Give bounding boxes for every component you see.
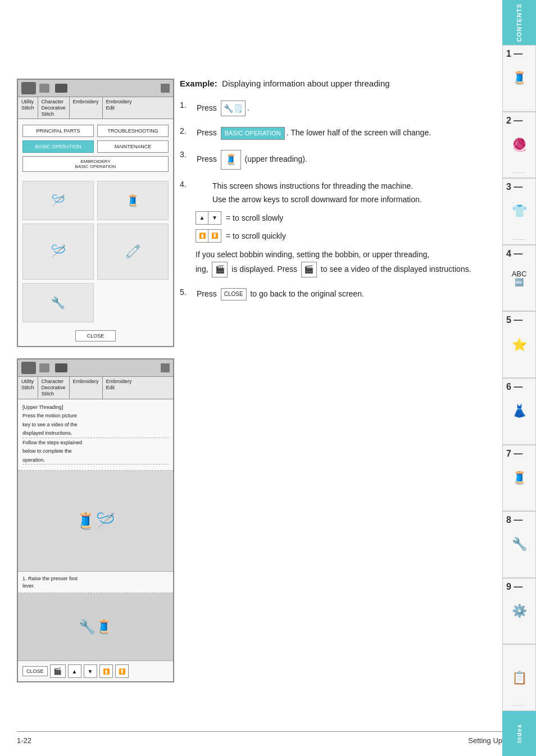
step-2-number: 2. (180, 126, 191, 135)
tab-2-dots: ...... (513, 168, 526, 174)
step4-video-text: If you select bobbin winding, setting th… (196, 248, 536, 277)
tab-1-number: 1 — (506, 49, 523, 59)
sidebar-tab-6[interactable]: 6 — 👗 (502, 378, 536, 445)
screen2-icon2 (39, 363, 49, 372)
step-2: 2. Press BASIC OPERATION. The lower half… (180, 126, 536, 140)
screen2: UtilityStitch CharacterDecorativeStitch … (17, 358, 174, 682)
index-tab[interactable]: Index (502, 711, 536, 756)
screen2-icon1 (21, 362, 36, 374)
sidebar-tab-3[interactable]: 3 — 👕 ...... (502, 178, 536, 245)
tab-3-dots: ...... (513, 235, 526, 241)
contents-tab[interactable]: CONTENTS (502, 0, 536, 45)
screen1: UtilityStitch CharacterDecorativeStitch … (17, 79, 174, 347)
screen2-scroll-up-group: ▲ (68, 664, 81, 678)
tab-2-number: 2 — (506, 116, 523, 126)
tab-3-number: 3 — (506, 182, 523, 192)
sidebar-tab-8[interactable]: 8 — 🔧 (502, 511, 536, 578)
step2-basic-operation-btn[interactable]: BASIC OPERATION (221, 127, 285, 140)
sidebar-tab-5[interactable]: 5 — ⭐ (502, 311, 536, 378)
step5-after-text: to go back to the original screen. (250, 289, 364, 298)
screen2-scroll-down-group: ▼ (84, 664, 97, 678)
footer: 1-22 Setting Up (17, 731, 502, 745)
sidebar-tab-1[interactable]: 1 — 🧵 (502, 45, 536, 112)
step-4-number: 4. (180, 180, 191, 189)
screen2-scroll-up-btn[interactable]: ▲ (69, 665, 81, 677)
scroll-fast-down-btn[interactable]: ⏬ (208, 230, 221, 242)
step-4: 4. This screen shows instructions for th… (180, 180, 536, 277)
screen1-tabs: UtilityStitch CharacterDecorativeStitch … (18, 97, 173, 119)
step-3-content: Press 🧵 (upper threading). (197, 150, 307, 170)
step1-machine-icon[interactable]: 🔧🗒️ (221, 101, 246, 116)
screen1-btn-principal[interactable]: PRINCIPAL PARTS (22, 125, 94, 137)
tab-2-icon: 🧶 (512, 138, 527, 152)
screen2-scroll-down-btn[interactable]: ▼ (84, 665, 97, 677)
screen1-tab-character: CharacterDecorativeStitch (38, 97, 70, 119)
tab-6-icon: 👗 (512, 404, 527, 418)
screen2-icon4 (161, 363, 170, 372)
screen1-header (18, 80, 173, 97)
screen2-line1: Press the motion picture (22, 412, 169, 420)
tab-6-number: 6 — (506, 382, 523, 392)
step-2-content: Press BASIC OPERATION. The lower half of… (197, 126, 431, 140)
sidebar-tab-4[interactable]: 4 — ABC🔤 (502, 245, 536, 312)
screen2-line3: displayed instructions. (22, 430, 169, 438)
step-5-content: Press CLOSE to go back to the original s… (197, 288, 364, 300)
footer-page-number: 1-22 (17, 736, 31, 745)
screen1-icon4 (161, 84, 170, 93)
screen1-close-btn[interactable]: CLOSE (75, 330, 116, 341)
step4-video-icon1[interactable]: 🎬 (212, 262, 228, 277)
screen1-btn-row1: PRINCIPAL PARTS TROUBLESHOOTING (22, 125, 169, 137)
scroll-fast-up-btn[interactable]: ⏫ (196, 230, 208, 242)
screen1-icon2 (39, 84, 49, 93)
screen2-header (18, 359, 173, 377)
screen1-img2: 🧵 (97, 181, 169, 220)
screen2-scroll-fast-up-group: ⏫ (99, 664, 113, 678)
screen2-scroll-fast-up-btn[interactable]: ⏫ (100, 665, 112, 677)
screen2-video-btn[interactable]: 🎬 (50, 664, 66, 678)
step4-video-text1: If you select bobbin winding, setting th… (196, 250, 429, 259)
scroll-slow-label: = to scroll slowly (226, 213, 283, 222)
sidebar-tab-7[interactable]: 7 — 🧵 (502, 445, 536, 512)
scroll-slow-btns: ▲ ▼ (196, 211, 221, 225)
step-1: 1. Press 🔧🗒️. (180, 101, 536, 116)
step4-video-icon2[interactable]: 🎬 (301, 262, 317, 277)
step-3: 3. Press 🧵 (upper threading). (180, 150, 536, 170)
step-3-number: 3. (180, 150, 191, 159)
screen2-scroll-fast-down-group: ⏬ (115, 664, 129, 678)
screen1-btn-maintenance[interactable]: MAINTENANCE (97, 140, 169, 153)
screen2-icon3 (55, 363, 67, 372)
screen2-image2: 🔧🧵 (18, 593, 173, 661)
screen1-img1: 🪡 (22, 181, 94, 220)
sidebar-tab-list[interactable]: 📋 ...... (502, 644, 536, 711)
scroll-up-btn[interactable]: ▲ (196, 212, 208, 224)
index-tab-label: Index (516, 724, 523, 743)
screen2-tab-utility: UtilityStitch (18, 377, 38, 398)
screen2-line6: operation. (22, 457, 169, 465)
screens-column: UtilityStitch CharacterDecorativeStitch … (17, 79, 180, 694)
screen2-scroll-fast-down-btn[interactable]: ⏬ (116, 665, 128, 677)
step5-close-btn[interactable]: CLOSE (221, 288, 247, 300)
screen1-btn-embroidery-basic[interactable]: EMBROIDERYBASIC OPERATION (22, 156, 169, 172)
screen1-btn-row3: EMBROIDERYBASIC OPERATION (22, 156, 169, 172)
screen1-img5: 🔧 (22, 283, 94, 322)
step3-threading-icon[interactable]: 🧵 (221, 150, 241, 170)
sidebar-tab-9[interactable]: 9 — ⚙️ (502, 578, 536, 645)
tab-7-icon: 🧵 (512, 471, 527, 485)
tab-4-number: 4 — (506, 249, 523, 259)
tab-8-icon: 🔧 (512, 537, 527, 552)
screen1-btn-troubleshooting[interactable]: TROUBLESHOOTING (97, 125, 169, 137)
scroll-slow-row: ▲ ▼ = to scroll slowly (196, 211, 536, 225)
screen1-images: 🪡 🧵 🪡 🧷 🔧 (18, 177, 173, 326)
sidebar-tab-2[interactable]: 2 — 🧶 ...... (502, 112, 536, 179)
tab-list-dots: ...... (513, 701, 526, 707)
right-content: Example: Displaying information about up… (180, 0, 536, 300)
screen1-btn-basic[interactable]: BASIC OPERATION (22, 140, 94, 153)
screen2-close-btn[interactable]: CLOSE (22, 666, 48, 676)
screen2-tabs: UtilityStitch CharacterDecorativeStitch … (18, 377, 173, 399)
tab-8-number: 8 — (506, 515, 523, 525)
screen2-line4: Follow the steps explained (22, 439, 169, 447)
tab-7-number: 7 — (506, 449, 523, 459)
tab-list-icon: 📋 (512, 671, 527, 685)
scroll-down-btn[interactable]: ▼ (208, 212, 221, 224)
tab-3-icon: 👕 (512, 204, 527, 218)
